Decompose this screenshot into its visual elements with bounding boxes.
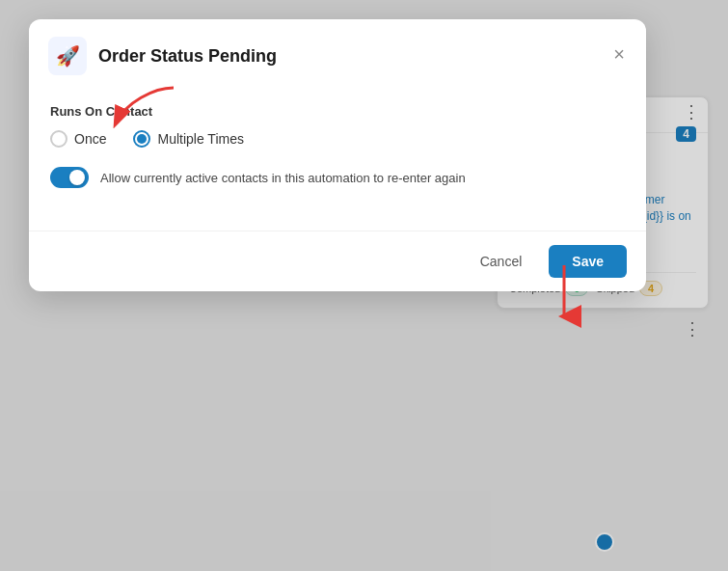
modal-header: 🚀 Order Status Pending × xyxy=(29,19,646,89)
toggle-row: Allow currently active contacts in this … xyxy=(50,167,625,188)
annotation-arrow-2 xyxy=(540,260,588,332)
toggle-knob xyxy=(69,170,85,185)
toggle-label: Allow currently active contacts in this … xyxy=(100,171,466,185)
annotation-arrow-1 xyxy=(106,83,183,135)
modal-close-button[interactable]: × xyxy=(609,41,629,68)
toggle-switch[interactable] xyxy=(50,167,89,188)
cancel-button[interactable]: Cancel xyxy=(465,246,538,277)
modal-dialog: 🚀 Order Status Pending × Runs On Contact… xyxy=(29,19,646,291)
radio-once[interactable]: Once xyxy=(50,130,106,148)
modal-icon: 🚀 xyxy=(48,37,87,75)
modal-title: Order Status Pending xyxy=(98,46,277,67)
radio-once-circle xyxy=(50,130,67,148)
